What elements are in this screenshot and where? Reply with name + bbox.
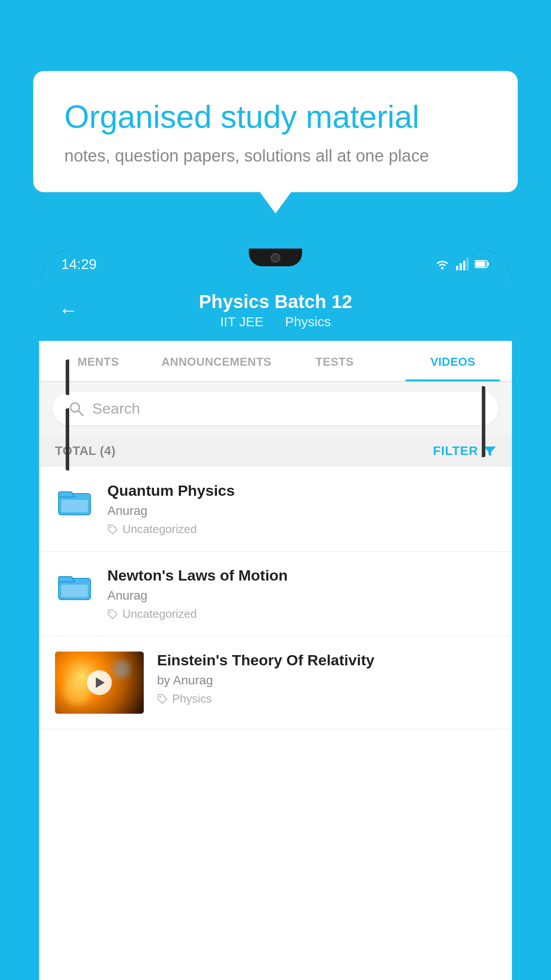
power-button (482, 386, 485, 457)
thumbnail-glow2 (113, 660, 130, 678)
bubble-subtitle: notes, question papers, solutions all at… (64, 146, 487, 166)
item-author: Anurag (107, 589, 496, 603)
folder-icon (57, 569, 92, 604)
tab-announcements[interactable]: ANNOUNCEMENTS (157, 341, 276, 381)
item-author: Anurag (107, 504, 496, 518)
item-title: Newton's Laws of Motion (107, 567, 496, 584)
svg-rect-2 (460, 263, 462, 270)
svg-point-0 (441, 267, 444, 269)
svg-point-17 (159, 696, 161, 698)
item-tag: Physics (157, 692, 496, 706)
back-button[interactable]: ← (59, 299, 78, 321)
svg-marker-10 (484, 447, 496, 456)
search-icon (68, 401, 84, 417)
play-button[interactable] (87, 670, 112, 695)
tag-icon (107, 609, 118, 620)
status-bar: 14:29 (39, 249, 512, 280)
folder-icon (57, 484, 92, 519)
filter-button[interactable]: FILTER (433, 444, 496, 458)
signal-icon (456, 258, 468, 270)
speech-bubble: Organised study material notes, question… (33, 71, 518, 192)
item-title: Einstein's Theory Of Relativity (157, 652, 496, 669)
filter-bar: TOTAL (4) FILTER (39, 435, 512, 467)
phone-frame: 14:29 (39, 249, 512, 980)
volume-button-down (66, 408, 69, 470)
search-bar[interactable]: Search (52, 392, 499, 425)
item-title: Quantum Physics (107, 482, 496, 499)
battery-icon (475, 259, 490, 269)
filter-label: FILTER (433, 444, 478, 458)
item-info: Newton's Laws of Motion Anurag Uncategor… (107, 567, 496, 621)
header-title-block: Physics Batch 12 IIT JEE Physics (91, 291, 460, 329)
item-info: Quantum Physics Anurag Uncategorized (107, 482, 496, 536)
camera (271, 253, 280, 263)
svg-rect-3 (463, 261, 465, 270)
svg-rect-1 (456, 266, 458, 270)
list-item[interactable]: Einstein's Theory Of Relativity by Anura… (39, 636, 512, 729)
svg-rect-12 (61, 500, 88, 512)
svg-rect-6 (487, 262, 489, 266)
list-item[interactable]: Newton's Laws of Motion Anurag Uncategor… (39, 552, 512, 636)
tag-label: Uncategorized (122, 522, 197, 536)
item-thumbnail-folder2 (55, 567, 94, 606)
svg-rect-7 (476, 261, 485, 267)
total-count: TOTAL (4) (55, 444, 116, 458)
item-info: Einstein's Theory Of Relativity by Anura… (157, 652, 496, 706)
bubble-title: Organised study material (64, 98, 487, 136)
list-item[interactable]: Quantum Physics Anurag Uncategorized (39, 467, 512, 552)
item-tag: Uncategorized (107, 607, 496, 621)
svg-rect-4 (467, 258, 468, 270)
status-time: 14:29 (61, 256, 97, 273)
notch (249, 249, 302, 266)
item-author: by Anurag (157, 673, 496, 688)
tab-videos[interactable]: VIDEOS (394, 341, 512, 381)
subtitle-iit: IIT JEE (220, 314, 264, 329)
app-content: ← Physics Batch 12 IIT JEE Physics MENTS… (39, 280, 512, 980)
tabs-bar: MENTS ANNOUNCEMENTS TESTS VIDEOS (39, 341, 512, 382)
search-container: Search (39, 382, 512, 435)
svg-point-16 (110, 611, 111, 613)
app-header: ← Physics Batch 12 IIT JEE Physics (39, 280, 512, 341)
item-thumbnail-folder (55, 482, 94, 521)
tab-ments[interactable]: MENTS (39, 341, 157, 381)
wifi-icon (435, 258, 450, 270)
video-list: Quantum Physics Anurag Uncategorized (39, 467, 512, 729)
thumbnail-glow (64, 678, 91, 705)
item-tag: Uncategorized (107, 522, 496, 536)
batch-subtitle: IIT JEE Physics (91, 314, 460, 329)
search-placeholder: Search (92, 400, 140, 417)
tag-icon (107, 524, 118, 535)
tag-icon (157, 694, 168, 704)
play-triangle-icon (96, 677, 105, 688)
tag-label: Uncategorized (122, 607, 197, 621)
svg-rect-15 (61, 585, 88, 597)
tag-label: Physics (172, 692, 212, 706)
video-thumbnail (55, 652, 144, 714)
status-icons (435, 258, 490, 270)
tab-tests[interactable]: TESTS (276, 341, 394, 381)
subtitle-physics: Physics (285, 314, 331, 329)
svg-point-13 (110, 526, 111, 528)
svg-line-9 (79, 411, 83, 415)
batch-title: Physics Batch 12 (91, 291, 460, 312)
filter-icon (484, 445, 496, 457)
